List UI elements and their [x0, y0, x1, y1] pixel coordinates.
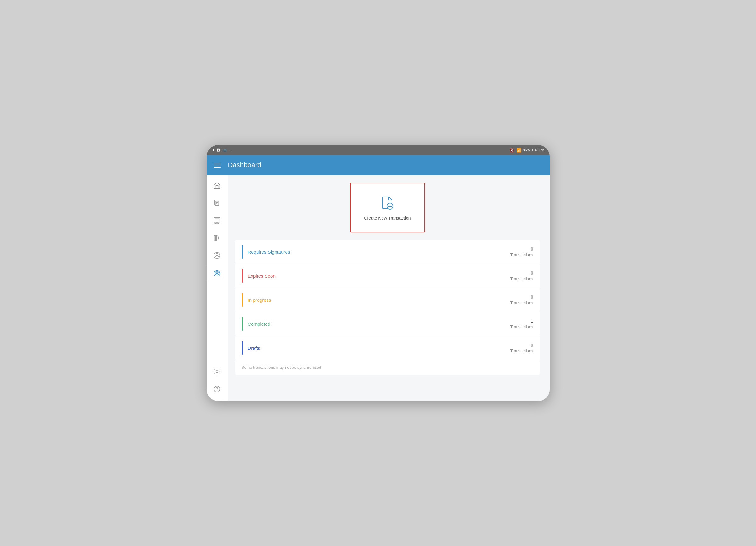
transactions-icon — [213, 216, 221, 225]
sidebar — [207, 175, 228, 401]
count-label: Transactions — [510, 277, 533, 281]
create-transaction-icon — [379, 194, 396, 212]
count-label: Transactions — [510, 252, 533, 257]
image-icon: 🖼 — [217, 148, 220, 152]
status-bar: ⬆ 🖼 📹 ... 🔇 📶 86% 1:40 PM — [207, 145, 550, 155]
item-bar — [242, 317, 243, 331]
status-bar-left: ⬆ 🖼 📹 ... — [212, 148, 232, 152]
app-header: Dashboard — [207, 155, 550, 175]
transaction-item[interactable]: In progress 0 Transactions — [235, 288, 540, 312]
sidebar-item-profile[interactable] — [209, 247, 225, 263]
svg-rect-9 — [218, 222, 219, 223]
tablet-frame: ⬆ 🖼 📹 ... 🔇 📶 86% 1:40 PM Dashboard — [207, 145, 550, 401]
item-count: 0 Transactions — [510, 269, 533, 282]
library-icon — [213, 234, 221, 242]
item-count: 1 Transactions — [510, 318, 533, 330]
sidebar-item-settings[interactable] — [209, 364, 225, 380]
svg-rect-1 — [215, 201, 219, 205]
item-bar — [242, 341, 243, 355]
transaction-list: Requires Signatures 0 Transactions Expir… — [235, 240, 540, 375]
sidebar-item-broadcast[interactable] — [209, 265, 225, 281]
camera-icon: 📹 — [222, 148, 227, 152]
count-number: 0 — [510, 269, 533, 276]
main-content: Create New Transaction Requires Signatur… — [228, 175, 550, 401]
sidebar-item-transactions[interactable] — [209, 212, 225, 229]
item-bar — [242, 245, 243, 258]
svg-point-16 — [216, 371, 218, 373]
svg-point-13 — [216, 254, 218, 256]
transaction-item[interactable]: Expires Soon 0 Transactions — [235, 264, 540, 288]
current-time: 1:40 PM — [532, 148, 545, 152]
status-bar-right: 🔇 📶 86% 1:40 PM — [509, 148, 545, 152]
item-label: Requires Signatures — [248, 249, 510, 254]
item-bar — [242, 293, 243, 307]
item-label: Drafts — [248, 346, 510, 351]
item-count: 0 Transactions — [510, 294, 533, 306]
transaction-item[interactable]: Drafts 0 Transactions — [235, 336, 540, 360]
menu-button[interactable] — [212, 159, 223, 171]
item-count: 0 Transactions — [510, 342, 533, 354]
battery-level: 86% — [523, 148, 530, 152]
profile-icon — [213, 251, 221, 259]
broadcast-icon — [213, 269, 221, 277]
main-area: Create New Transaction Requires Signatur… — [207, 175, 550, 401]
create-transaction-label: Create New Transaction — [364, 215, 411, 220]
transaction-item[interactable]: Requires Signatures 0 Transactions — [235, 240, 540, 264]
transaction-item[interactable]: Completed 1 Transactions — [235, 312, 540, 336]
volume-button[interactable] — [207, 265, 207, 281]
svg-rect-10 — [214, 235, 215, 240]
count-label: Transactions — [510, 349, 533, 353]
item-label: Completed — [248, 321, 510, 327]
home-icon — [213, 181, 221, 190]
dots-label: ... — [229, 148, 232, 152]
svg-point-18 — [217, 391, 217, 391]
item-label: In progress — [248, 297, 510, 303]
settings-icon — [213, 368, 221, 376]
sync-notice: Some transactions may not be synchronize… — [235, 360, 540, 375]
sidebar-item-documents[interactable] — [209, 195, 225, 211]
count-label: Transactions — [510, 301, 533, 305]
upload-icon: ⬆ — [212, 148, 215, 152]
help-icon — [213, 385, 221, 393]
svg-point-14 — [216, 273, 218, 274]
documents-icon — [213, 199, 221, 207]
page-title: Dashboard — [228, 161, 262, 169]
count-number: 0 — [510, 342, 533, 348]
wifi-icon: 📶 — [516, 148, 521, 152]
item-label: Expires Soon — [248, 273, 510, 279]
sidebar-item-home[interactable] — [209, 177, 225, 194]
create-transaction-section: Create New Transaction — [235, 182, 540, 232]
mute-icon: 🔇 — [509, 148, 514, 152]
count-number: 0 — [510, 294, 533, 300]
item-bar — [242, 269, 243, 283]
count-number: 0 — [510, 245, 533, 252]
create-transaction-card[interactable]: Create New Transaction — [350, 182, 425, 232]
count-number: 1 — [510, 318, 533, 324]
item-count: 0 Transactions — [510, 245, 533, 258]
svg-rect-11 — [216, 235, 217, 240]
sidebar-item-help[interactable] — [209, 381, 225, 397]
count-label: Transactions — [510, 325, 533, 329]
svg-rect-8 — [215, 222, 216, 223]
sidebar-item-library[interactable] — [209, 230, 225, 246]
